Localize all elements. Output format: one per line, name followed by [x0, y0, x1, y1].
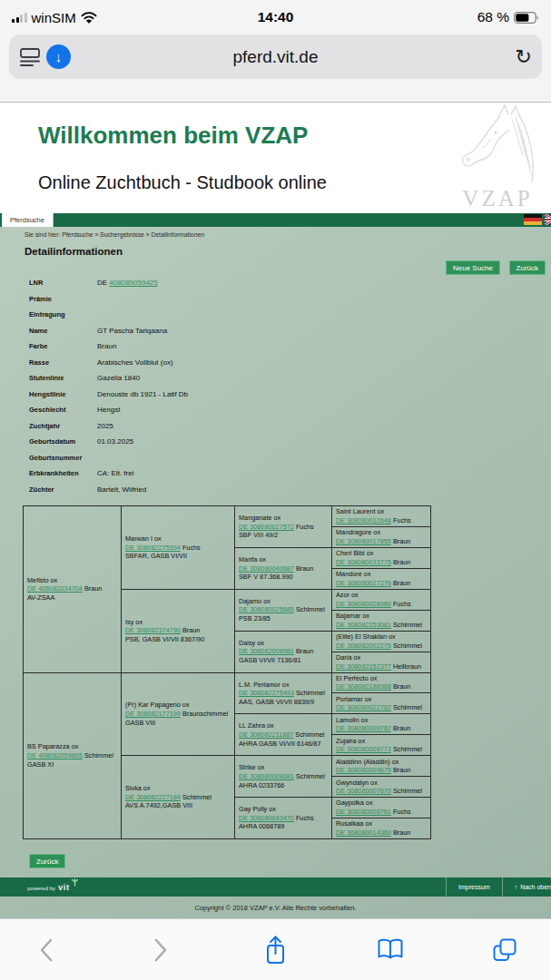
horse-id-line: DE 308082275493 Schimmel [239, 689, 328, 698]
horse-name: L.M. Perlamor ox [239, 681, 328, 690]
horse-id-link[interactable]: DE 408082059805 [27, 751, 83, 760]
field-value: CA: Elt. frei [97, 469, 133, 477]
field-label: Erbkrankheiten [29, 469, 97, 477]
forward-nav-button[interactable] [145, 932, 176, 968]
horse-name: Zujaira ox [336, 737, 427, 746]
lnr-link[interactable]: 408089059425 [109, 279, 157, 287]
pedigree-cell: Aladdinn (Aladdin) oxDE 308080009675 Bra… [332, 755, 430, 776]
horse-id-line: DE 308082008981 Braun [239, 647, 328, 656]
reload-icon[interactable]: ↻ [516, 47, 532, 67]
horse-id-link[interactable]: DE 308080028980 [336, 600, 391, 608]
pedigree-cell: El Perfecto oxDE 308082188388 Braun [332, 672, 430, 693]
horse-name: Lamolin ox [336, 716, 427, 725]
horse-id-link[interactable]: DE 308080027572 [239, 523, 294, 531]
horse-id-line: DE 308082002275 Schimmel [336, 642, 427, 651]
horse-id-line: DE 308082177199 Braunschimmel [125, 710, 231, 719]
horse-id-link[interactable]: DE 308082275493 [239, 689, 294, 697]
detail-field-row: NameGT Pascha Tariqaana [29, 327, 537, 343]
address-bar[interactable]: pferd.vit.de ↓ ↻ [9, 34, 542, 79]
horse-id-link[interactable]: DE 308080009675 [336, 766, 391, 774]
tabs-button[interactable] [489, 932, 520, 968]
download-icon[interactable]: ↓ [46, 44, 71, 69]
horse-id-link[interactable]: DE 308080008081 [239, 772, 294, 780]
horse-id-link[interactable]: DE 308080022782 [336, 703, 391, 711]
pedigree-cell: Mefisto oxDE 406082034704 BraunAV-ZSAA [24, 506, 121, 672]
horse-id-link[interactable]: DE 308080009773 [336, 745, 391, 753]
field-label: Hengstlinie [29, 390, 97, 398]
field-value: DE 408089059425 [97, 279, 158, 287]
horse-id-link[interactable]: DE 308080017855 [336, 537, 391, 545]
horse-id-link[interactable]: DE 308080025685 [239, 605, 294, 613]
share-button[interactable] [261, 932, 291, 968]
horse-id-link[interactable]: DE 308082211887 [239, 730, 293, 739]
horse-id-link[interactable]: DE 308080033775 [336, 558, 391, 566]
detail-field-row: ErbkrankheitenCA: Elt. frei [29, 469, 537, 485]
horse-id-link[interactable]: DE 308080027276 [336, 579, 391, 587]
new-search-button[interactable]: Neue Suche [446, 260, 500, 275]
horse-id-link[interactable]: DE 308080043470 [239, 814, 294, 822]
field-value: Hengst [97, 406, 120, 414]
horse-id-link[interactable]: DE 308082177199 [125, 710, 181, 718]
browser-toolbar [0, 918, 551, 980]
detail-fields: LNRDE 408089059425PrämieEintragungNameGT… [29, 279, 537, 501]
horse-id-line: DE 406082034704 Braun [27, 584, 117, 593]
horse-registry: GASB VI/VII 7136/81 [239, 656, 328, 665]
pedigree-cell: Gwyndalyn oxDE 308080007670 Schimmel [332, 776, 430, 797]
horse-id-link[interactable]: DE 308080009782 [336, 724, 391, 732]
horse-id-link[interactable]: DE 308082188388 [336, 682, 391, 691]
horse-name: Saint Laurent ox [336, 507, 427, 516]
vit-logo: vit [58, 882, 70, 892]
horse-id-line: DE 408082059805 Schimmel [27, 751, 117, 760]
horse-registry: SBFAR, GASB VI/VII [125, 552, 231, 561]
horse-id-link[interactable]: DE 308082008981 [239, 647, 294, 655]
horse-id-link[interactable]: DE 308080012648 [336, 516, 391, 524]
share-icon [263, 935, 288, 965]
detail-field-row: Geburtsdatum01.03.2025 [29, 437, 537, 454]
back-button-top[interactable]: Zurück [509, 260, 546, 275]
clock: 14:40 [0, 9, 551, 25]
browser-chrome: winSIM 14:40 68 % pferd.vit.de [0, 0, 551, 103]
status-bar: winSIM 14:40 68 % [0, 0, 551, 34]
horse-id-link[interactable]: DE 308082253081 [336, 621, 391, 629]
pedigree-cell: (Pr) Kar Papageno oxDE 308082177199 Brau… [122, 672, 234, 756]
horse-id-link[interactable]: DE 308080008761 [336, 808, 391, 816]
to-top-link[interactable]: ↑ Nach oben [502, 877, 551, 897]
pedigree-cell: Gaypolka oxDE 308080008761 Fuchs [332, 797, 430, 818]
reader-icon[interactable] [19, 46, 41, 68]
horse-id-line: DE 308080022782 Schimmel [336, 703, 427, 712]
impressum-link[interactable]: Impressum [446, 877, 502, 897]
horse-id-line: DE 308082374790 Braun [125, 626, 231, 635]
uk-flag-icon[interactable] [545, 214, 551, 225]
horse-id-link[interactable]: DE 308080014360 [336, 828, 391, 837]
horse-name: Cheri Bibi ox [336, 549, 427, 558]
horse-id-link[interactable]: DE 308080040687 [239, 564, 294, 573]
horse-name: Dajamo ox [239, 597, 328, 606]
pedigree-gen-1: Mefisto oxDE 406082034704 BraunAV-ZSAABS… [24, 506, 121, 838]
field-label: Züchter [29, 485, 97, 494]
back-button-bottom[interactable]: Zurück [29, 854, 65, 868]
horse-id-link[interactable]: DE 308082152377 [336, 662, 391, 671]
site-header: Willkommen beim VZAP Online Zuchtbuch - … [0, 103, 551, 213]
horse-id-link[interactable]: DE 308082374790 [125, 626, 181, 634]
detail-field-row: GeschlechtHengst [29, 406, 537, 422]
tab-pferdesuche[interactable]: Pferdsuche [2, 213, 54, 227]
pedigree-cell: Marifa oxDE 308080040687 BraunSBF V 87.3… [235, 547, 331, 589]
back-nav-button[interactable] [31, 932, 62, 968]
pedigree-cell: Porlamar oxDE 308080022782 Schimmel [332, 692, 430, 713]
horse-id-link[interactable]: DE 406082034704 [27, 584, 83, 593]
field-value: 2025 [97, 422, 113, 430]
horse-name: Mandragore ox [336, 528, 427, 537]
horse-id-link[interactable]: DE 308082227184 [125, 793, 181, 801]
horse-id-link[interactable]: DE 308080007670 [336, 787, 391, 795]
pedigree-cell: Marwan I oxDE 308082275394 FuchsSBFAR, G… [122, 506, 234, 589]
bookmarks-button[interactable] [375, 932, 406, 968]
horse-id-line: DE 308080025685 Schimmel [239, 605, 328, 614]
horse-name: Marifa ox [239, 555, 328, 564]
german-flag-icon[interactable] [524, 214, 542, 225]
horse-id-link[interactable]: DE 308082002275 [336, 642, 391, 650]
horse-name: Mefisto ox [27, 576, 117, 585]
horse-id-link[interactable]: DE 308082275394 [125, 544, 181, 552]
pedigree-cell: Bajamar oxDE 308082253081 Schimmel [332, 610, 430, 631]
powered-by: powered by vit [27, 882, 81, 892]
detail-field-row: Eintragung [29, 310, 537, 327]
